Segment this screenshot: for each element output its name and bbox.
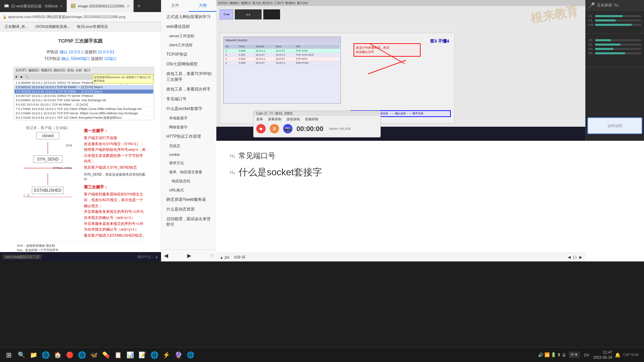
tray-icon-5[interactable]: 🖨: [562, 352, 566, 357]
prog-bar-2: [595, 19, 616, 21]
rw-menu-item-2[interactable]: 屏幕录制: [268, 117, 281, 122]
sidebar-item-19[interactable]: 静态资源与web服务器: [161, 195, 216, 204]
taskbar-app-3[interactable]: 💊: [101, 350, 111, 360]
taskbar-files[interactable]: 📁: [28, 350, 39, 360]
tab-close2[interactable]: ✕: [127, 4, 129, 8]
tab-image[interactable]: 🖼️ image-20220506212122066.p... ✕: [67, 0, 134, 12]
section-1-title: 常见端口号: [238, 151, 275, 161]
start-button[interactable]: ⊞: [3, 349, 15, 361]
sidebar-item-20[interactable]: 什么是动态资源: [161, 204, 216, 214]
sidebar-tab-outline[interactable]: 大纲: [189, 0, 216, 12]
tab-gitbook[interactable]: 📖 22-web通信协议篇 · GitBook ✕: [0, 0, 67, 12]
sidebar-next[interactable]: ▶: [187, 252, 191, 259]
speaker-indicator: 🎤 正在讲述: Yu;: [586, 0, 644, 11]
tab-favicon2: 🖼️: [71, 4, 76, 8]
spacer: [588, 27, 641, 38]
sidebar-item-16[interactable]: 请求、响应报文查看: [161, 168, 216, 177]
address-bar[interactable]: 🔒 apecome.com:9495/02-网站部署篇/pic/image-20…: [0, 12, 161, 22]
taskbar-browser-1[interactable]: 🌐: [40, 350, 51, 360]
status-back[interactable]: ◀: [568, 255, 571, 259]
section-1: H₃ 常见端口号: [230, 151, 572, 161]
sidebar-item-4[interactable]: TCP/IP协议: [161, 50, 216, 59]
rw-menu-item-3[interactable]: 游戏录制: [286, 117, 300, 122]
rw-capture-btn[interactable]: 📷: [283, 124, 292, 133]
wireshark-rows: 1 0.000000 10.0.0.1 10.0.0.61 SSHv2 75 S…: [14, 80, 154, 120]
rw-menu-item-4[interactable]: 音频录制: [305, 117, 318, 122]
handshake-title-1: 第一次握手：: [84, 128, 146, 134]
status-extra2: ▲: [155, 255, 158, 259]
taskbar-app-4[interactable]: 📋: [113, 350, 123, 360]
tray-icon-4[interactable]: ⬆: [557, 352, 561, 357]
right-panel: 文件(F)编辑(E)视图(V)插入(I)格式(O)工具(T)数据(D)窗口(W)…: [216, 0, 644, 261]
sidebar-item-18[interactable]: URL格式: [161, 186, 216, 195]
status-code[interactable]: { }: [573, 255, 577, 259]
sidebar-item-21[interactable]: 总结梳理，面试会出来背即可: [161, 214, 216, 230]
sidebar-item-11[interactable]: 网络套接字: [161, 123, 216, 132]
rw-pause-btn[interactable]: ⏸: [270, 124, 279, 133]
ip-step-1: IP协议 确认 10.0.0.1 连接到 10.0.0.61: [13, 49, 148, 55]
taskbar-search[interactable]: 🔍: [16, 350, 27, 360]
taskbar-app-2[interactable]: 🦋: [89, 350, 99, 360]
bookmark-1[interactable]: 正在翻译_有...: [3, 23, 30, 30]
sidebar-item-2[interactable]: server工作流程: [161, 32, 216, 41]
status-word-count: 629 词: [234, 255, 245, 260]
taskbar-app-6[interactable]: 📝: [137, 350, 148, 360]
sidebar-prev[interactable]: ◀: [164, 252, 168, 259]
tray-icon-2[interactable]: 📶: [544, 352, 550, 357]
sidebar-item-15[interactable]: 请求方法: [161, 159, 216, 168]
sidebar-item-10[interactable]: 本地套接字: [161, 114, 216, 123]
notification-icon[interactable]: 🔔: [615, 352, 621, 358]
sidebar-item-7[interactable]: 抓包工具，查看四次挥手: [161, 84, 216, 94]
browser-tabs[interactable]: 📖 22-web通信协议篇 · GitBook ✕ 🖼️ image-20220…: [0, 0, 161, 12]
rw-stop-btn[interactable]: ■: [256, 124, 266, 133]
new-tab-button[interactable]: +: [134, 0, 144, 12]
prog-bar-4: [595, 39, 611, 41]
sidebar-item-17[interactable]: 响应状态码: [161, 177, 216, 186]
gitbook-panel: 📖 22-web通信协议篇 · GitBook ✕ 🖼️ image-20220…: [0, 0, 161, 261]
sidebar-item-12[interactable]: HTTP协议工作原理: [161, 132, 216, 141]
box-syn-send: SYN_SEND: [33, 156, 62, 163]
bookmark-3[interactable]: 每日Linux常握情况: [75, 23, 110, 30]
sidebar-item-1[interactable]: web通信流程: [161, 22, 216, 32]
taskbar-app-7[interactable]: 🌐: [149, 350, 160, 360]
handshake-detail-3: 客户端收到服务器响应的SYN报文之后，也发出ACK报文，表示也是一个确认报文； …: [84, 191, 146, 239]
recording-controls: ■ ⏸ 📷 00:00:00 0bytes / 80.2GB: [254, 123, 380, 135]
sidebar-bottom: ◀ ▶ { }: [161, 249, 216, 261]
status-forward[interactable]: ▶: [579, 255, 582, 259]
sidebar-tab-file[interactable]: 文件: [161, 0, 189, 12]
recording-time: 00:00:00: [297, 125, 323, 133]
taskbar-app-9[interactable]: 🔮: [173, 350, 184, 360]
audio-levels: 2 k 2 k 5 M 2/5 3/5: [586, 11, 644, 59]
status-lang: ▲ ZH: [220, 255, 229, 259]
tray-icon-1[interactable]: 🔊: [538, 352, 543, 357]
sidebar-item-3[interactable]: client工作流程: [161, 41, 216, 50]
sidebar-item-6[interactable]: 抓包工具，查看TCP/IP的三次握手: [161, 69, 216, 84]
prog-bar-1: [595, 15, 623, 17]
h-divider-2: [586, 67, 644, 67]
sidebar-item-8[interactable]: 常见端口号: [161, 94, 216, 104]
url-text: apecome.com:9495/02-网站部署篇/pic/image-2022…: [8, 14, 125, 19]
recording-menu: 菜单 屏幕录制 游戏录制 音频录制: [254, 116, 380, 123]
syn-send-label: SYN_SEND，再发送连接请求后等待匹配中: [84, 172, 146, 182]
tab-close[interactable]: ✕: [60, 4, 62, 8]
sidebar-item-9[interactable]: 什么是socket套接字: [161, 104, 216, 114]
section-1-marker: H₃: [230, 153, 235, 159]
chat-input-area[interactable]: 这样说吧: [587, 117, 642, 134]
taskbar-app-8[interactable]: ⚡: [161, 350, 172, 360]
prog-row-3: 5 M: [588, 23, 641, 26]
speaker-panel: 🎤 正在讲述: Yu; 2 k 2 k 5 M: [585, 0, 644, 141]
sidebar-item-5[interactable]: OSI七层网络模型: [161, 59, 216, 69]
sidebar-item-0[interactable]: 正式进入网站部署的学习: [161, 12, 216, 22]
rw-menu-item-1[interactable]: 菜单: [256, 117, 263, 122]
taskbar-app-1[interactable]: 🔴: [64, 350, 75, 360]
ime-indicator[interactable]: 中▼: [569, 352, 580, 358]
taskbar: ⊞ 🔍 📁 🌐 🏠 🔴 🌐 🦋 💊 📋 📊 📝 🌐 ⚡ 🔮 🌐 🔊 📶 🔋 ⬆ …: [0, 347, 644, 362]
taskbar-home[interactable]: 🏠: [52, 350, 63, 360]
bookmark-2[interactable]: JSON在线解析及格...: [33, 23, 72, 30]
tray-icon-3[interactable]: 🔋: [551, 352, 556, 357]
sidebar-item-14[interactable]: cookie: [161, 150, 216, 159]
taskbar-app-10[interactable]: 🌐: [185, 350, 196, 360]
sidebar-item-13[interactable]: 无状态: [161, 141, 216, 150]
taskbar-app-5[interactable]: 📊: [125, 350, 136, 360]
taskbar-chrome[interactable]: 🌐: [76, 350, 87, 360]
